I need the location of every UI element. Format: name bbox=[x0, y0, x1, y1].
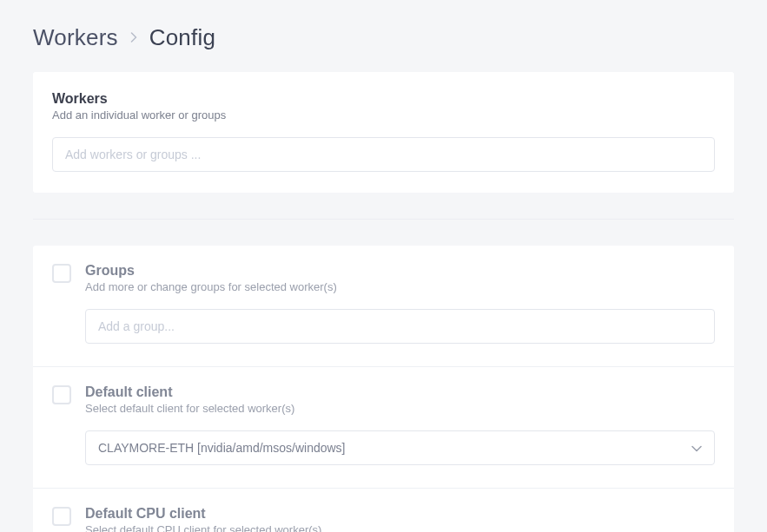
divider bbox=[33, 219, 734, 220]
workers-title: Workers bbox=[52, 91, 715, 107]
chevron-down-icon bbox=[691, 441, 702, 455]
workers-input[interactable] bbox=[52, 137, 715, 172]
default-cpu-client-checkbox[interactable] bbox=[52, 507, 71, 526]
default-client-section: Default client Select default client for… bbox=[33, 367, 734, 489]
groups-checkbox[interactable] bbox=[52, 264, 71, 283]
workers-panel: Workers Add an individual worker or grou… bbox=[33, 72, 734, 193]
groups-title: Groups bbox=[85, 263, 715, 279]
default-client-subtitle: Select default client for selected worke… bbox=[85, 402, 715, 415]
breadcrumb-current: Config bbox=[149, 24, 215, 51]
chevron-right-icon bbox=[130, 29, 137, 47]
default-cpu-client-subtitle: Select default CPU client for selected w… bbox=[85, 523, 715, 532]
breadcrumb-parent[interactable]: Workers bbox=[33, 24, 118, 51]
default-cpu-client-section: Default CPU client Select default CPU cl… bbox=[33, 489, 734, 532]
default-cpu-client-title: Default CPU client bbox=[85, 506, 715, 522]
breadcrumb: Workers Config bbox=[33, 24, 734, 51]
workers-subtitle: Add an individual worker or groups bbox=[52, 108, 715, 122]
groups-section: Groups Add more or change groups for sel… bbox=[33, 246, 734, 367]
default-client-title: Default client bbox=[85, 384, 715, 400]
default-client-selected: CLAYMORE-ETH [nvidia/amd/msos/windows] bbox=[98, 441, 345, 455]
default-client-checkbox[interactable] bbox=[52, 385, 71, 404]
groups-input[interactable] bbox=[85, 309, 715, 344]
config-panel: Groups Add more or change groups for sel… bbox=[33, 246, 734, 532]
groups-subtitle: Add more or change groups for selected w… bbox=[85, 280, 715, 293]
default-client-select[interactable]: CLAYMORE-ETH [nvidia/amd/msos/windows] bbox=[85, 430, 715, 465]
